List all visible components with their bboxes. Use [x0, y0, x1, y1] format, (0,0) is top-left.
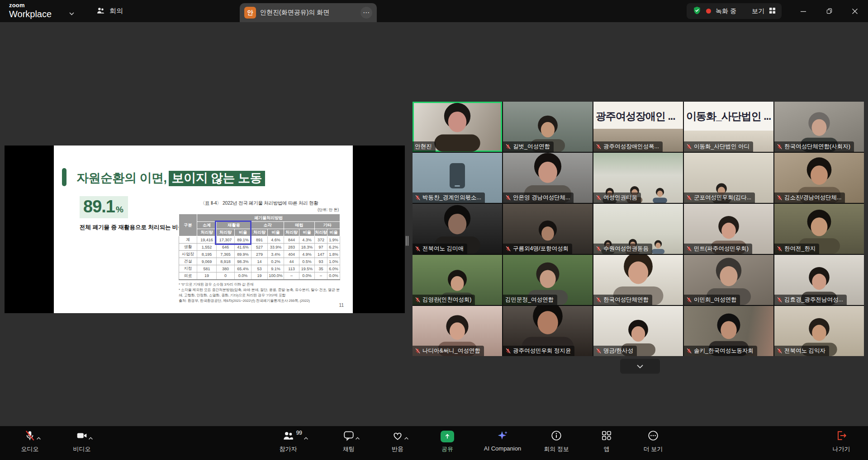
tab-meeting[interactable]: 회의 [96, 0, 123, 22]
participants-label: 참가자 [280, 445, 297, 453]
panel-resize-handle[interactable] [406, 236, 410, 246]
participant-tile[interactable]: 박동찬_경계인의몫소... [413, 153, 502, 203]
chat-options-chevron[interactable] [355, 434, 360, 442]
more-ellipsis-icon [647, 430, 659, 443]
participant-name-tag: 광주여성장애인성폭... [593, 141, 663, 152]
ai-companion-label: AI Companion [484, 445, 521, 452]
participant-tile[interactable]: 김소진/경남여성단체... [774, 153, 864, 203]
table-unit-note: (단위: 만 톤) [179, 207, 339, 213]
participant-tile[interactable]: 김효경_광주전남여성... [774, 255, 864, 305]
participant-tile[interactable]: 광주여성민우회 정지윤 [503, 306, 593, 356]
participant-name-tag: 김민문정_여성연합 [503, 295, 557, 305]
tab-meeting-label: 회의 [109, 7, 123, 15]
reactions-label: 반응 [392, 445, 403, 453]
participant-tile[interactable]: 김영란(인천여성회) [413, 255, 502, 305]
participant-name: 김영란(인천여성회) [422, 296, 471, 304]
logo-workplace-text: Workplace [9, 9, 52, 19]
participant-tile[interactable]: 전북여노 김미애 [413, 204, 502, 254]
table-row: 사업장8,1957,36589.9%2793.4%4044.9%1471.8% [179, 251, 340, 258]
participant-tile[interactable]: 한국여성단체연합 [593, 255, 683, 305]
col-header-category: 구분 [179, 214, 197, 236]
tab-active-screen-share[interactable]: 안 안현진(화면공유)의 화면 ⋯ [240, 3, 377, 22]
video-button[interactable]: 비디오 [66, 430, 98, 453]
chat-button[interactable]: 채팅 [333, 430, 365, 453]
reactions-button[interactable]: 반응 [382, 430, 413, 453]
participants-button[interactable]: 99 참가자 [272, 430, 304, 453]
participant-tile[interactable]: 안현진 [413, 102, 502, 152]
participant-tile[interactable]: 민트(파주여성민우회) [684, 204, 773, 254]
reactions-options-chevron[interactable] [404, 434, 409, 442]
audio-options-chevron[interactable] [36, 434, 41, 442]
window-restore-button[interactable] [819, 0, 840, 22]
participant-name-tag: 솔키_한국여성노동자회 [684, 346, 757, 356]
active-tab-title: 안현진(화면공유)의 화면 [260, 9, 360, 17]
participant-name-tag: 이민희_여성연합 [684, 295, 740, 305]
participant-name-tag: 전북여노 김미애 [413, 244, 467, 254]
chat-icon [343, 430, 355, 443]
ai-companion-button[interactable]: AI Companion [480, 430, 525, 452]
mic-off-icon [686, 297, 692, 303]
person-silhouette [650, 239, 666, 254]
participant-name-tag: 명금/한사성 [593, 346, 637, 356]
participant-tile[interactable]: 전북여노 김익자 [774, 306, 864, 356]
participant-tile[interactable]: 광주여성장애인 ...광주여성장애인성폭... [593, 102, 683, 152]
participant-tile[interactable]: 솔키_한국여성노동자회 [684, 306, 773, 356]
share-screen-button[interactable]: 공유 [432, 430, 463, 453]
participant-name: 구름외4명/포항여성회 [513, 245, 569, 253]
participant-name-tag: 민트(파주여성민우회) [684, 244, 752, 254]
view-label[interactable]: 보기 [752, 7, 764, 15]
window-close-button[interactable] [844, 0, 865, 22]
table-row: 건설9,0698,91898.3%140.2%440.5%931.0% [179, 258, 340, 265]
tab-options-button[interactable]: ⋯ [360, 7, 372, 19]
more-button[interactable]: 더 보기 [637, 430, 669, 453]
leave-meeting-button[interactable]: 나가기 [825, 430, 857, 453]
meeting-info-button[interactable]: 회의 정보 [541, 430, 572, 453]
participant-tile[interactable]: 안은영 경남여성단체... [503, 153, 593, 203]
grid-scroll-down-button[interactable] [620, 359, 660, 374]
participant-tile[interactable]: 군포여성민우회(김다... [684, 153, 773, 203]
participant-tile[interactable]: 김민문정_여성연합 [503, 255, 593, 305]
participant-name-tag: 한국여성단체연합(사회자) [774, 141, 854, 152]
participant-tile[interactable]: 길벗_여성연합 [503, 102, 593, 152]
participant-name-tag: 김영란(인천여성회) [413, 295, 475, 305]
participant-name: 명금/한사성 [603, 347, 633, 355]
participant-name: 한여전_한지 [784, 245, 816, 253]
stat-caption: 전체 폐기물 중 재활용으로 처리되는 비율 [80, 224, 184, 231]
participant-name: 광주여성민우회 정지윤 [513, 347, 571, 355]
workspace-chevron-down-icon[interactable] [69, 9, 75, 17]
mic-off-icon [777, 144, 783, 150]
participant-name: 길벗_여성연합 [513, 143, 550, 150]
share-label: 공유 [441, 445, 453, 453]
mic-off-icon [686, 144, 692, 150]
participants-options-chevron[interactable] [304, 434, 308, 442]
window-minimize-button[interactable] [793, 0, 814, 22]
participant-tile[interactable]: 나디아&써니_여성연합 [413, 306, 502, 356]
audio-label: 오디오 [21, 445, 39, 453]
participant-tile[interactable]: 이민희_여성연합 [684, 255, 773, 305]
audio-button[interactable]: 오디오 [14, 430, 46, 453]
participant-tile[interactable]: 한여전_한지 [774, 204, 864, 254]
participants-count-badge: 99 [296, 430, 302, 436]
view-grid-icon[interactable] [769, 7, 776, 15]
waste-table-block: 〈표 Ⅱ-4〉 2022년 전국 폐기물 처리방법에 따른 처리 현황 (단위:… [179, 200, 340, 304]
apps-button[interactable]: 앱 [591, 430, 622, 453]
participant-tile[interactable]: 이동화_사단법인 ...이동화_사단법인 아디 [684, 102, 773, 152]
participant-name-tag: 안현진 [413, 141, 436, 152]
participant-name-tag: 구름외4명/포항여성회 [503, 244, 572, 254]
video-label: 비디오 [73, 445, 91, 453]
participant-tile[interactable]: 구름외4명/포항여성회 [503, 204, 593, 254]
participant-name-tag: 한국여성단체연합 [593, 295, 652, 305]
shared-screen-viewport: 자원순환의 이면,보이지 않는 노동 89.1% 전체 폐기물 중 재활용으로 … [5, 146, 405, 313]
participant-tile[interactable]: 한국여성단체연합(사회자) [774, 102, 864, 152]
table-row: 지정58138065.4%539.1%11319.5%356.0% [179, 265, 340, 272]
security-shield-icon[interactable] [693, 6, 702, 16]
video-options-chevron[interactable] [88, 434, 93, 442]
participant-name-tag: 김소진/경남여성단체... [774, 192, 845, 203]
slide-title: 자원순환의 이면,보이지 않는 노동 [76, 170, 265, 186]
meeting-info-label: 회의 정보 [544, 445, 569, 453]
participant-tile[interactable]: 여성인권티움 [593, 153, 683, 203]
recording-label: 녹화 중 [716, 7, 736, 15]
mic-off-icon [415, 348, 421, 354]
participant-tile[interactable]: 수원여성인권돋음 [593, 204, 683, 254]
participant-tile[interactable]: 명금/한사성 [593, 306, 683, 356]
